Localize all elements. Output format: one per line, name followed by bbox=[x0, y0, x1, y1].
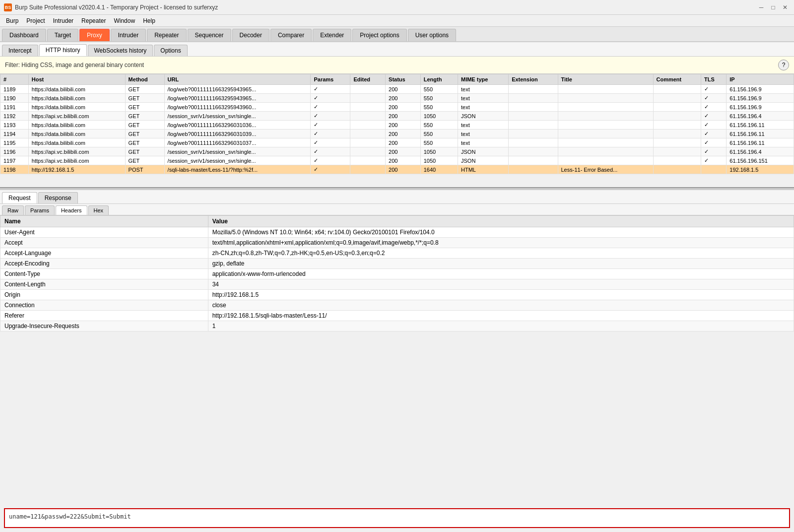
app-icon: BS bbox=[4, 3, 12, 11]
titlebar-controls: ─ □ ✕ bbox=[756, 2, 790, 12]
http-history-table: #HostMethodURLParamsEditedStatusLengthMI… bbox=[0, 74, 794, 174]
tab-intruder[interactable]: Intruder bbox=[111, 29, 146, 41]
help-button[interactable]: ? bbox=[778, 60, 789, 70]
header-row: Upgrade-Insecure-Requests1 bbox=[0, 321, 794, 332]
inner-tab-hex[interactable]: Hex bbox=[88, 205, 109, 215]
inner-tab-raw[interactable]: Raw bbox=[2, 205, 24, 215]
tab-target[interactable]: Target bbox=[47, 29, 78, 41]
col-header-title[interactable]: Title bbox=[558, 74, 653, 85]
col-header-#[interactable]: # bbox=[0, 74, 29, 85]
table-row[interactable]: 1194https://data.bilibili.comGET/log/web… bbox=[0, 130, 794, 138]
col-header-url[interactable]: URL bbox=[164, 74, 311, 85]
req-resp-tab-request[interactable]: Request bbox=[2, 192, 37, 203]
col-header-comment[interactable]: Comment bbox=[653, 74, 701, 85]
titlebar-left: BS Burp Suite Professional v2020.4.1 - T… bbox=[4, 3, 218, 11]
table-row[interactable]: 1196https://api.vc.bilibili.comGET/sessi… bbox=[0, 147, 794, 156]
header-row: Accepttext/html,application/xhtml+xml,ap… bbox=[0, 238, 794, 248]
table-row[interactable]: 1197https://api.vc.bilibili.comGET/sessi… bbox=[0, 156, 794, 165]
tab-comparer[interactable]: Comparer bbox=[270, 29, 312, 41]
subtab-http-history[interactable]: HTTP history bbox=[39, 44, 87, 56]
inner-tab-headers[interactable]: Headers bbox=[56, 205, 87, 215]
table-row[interactable]: 1195https://data.bilibili.comGET/log/web… bbox=[0, 138, 794, 147]
col-header-length[interactable]: Length bbox=[420, 74, 458, 85]
col-header-tls[interactable]: TLS bbox=[701, 74, 727, 85]
menu-item-repeater[interactable]: Repeater bbox=[77, 16, 110, 25]
titlebar: BS Burp Suite Professional v2020.4.1 - T… bbox=[0, 0, 794, 15]
headers-col-value: Value bbox=[208, 216, 794, 227]
menu-item-help[interactable]: Help bbox=[139, 16, 159, 25]
header-row: Refererhttp://192.168.1.5/sqli-labs-mast… bbox=[0, 311, 794, 321]
header-row: User-AgentMozilla/5.0 (Windows NT 10.0; … bbox=[0, 227, 794, 238]
tab-decoder[interactable]: Decoder bbox=[232, 29, 269, 41]
request-response-panel: RequestResponse RawParamsHeadersHex Name… bbox=[0, 190, 794, 532]
col-header-ip[interactable]: IP bbox=[727, 74, 794, 85]
col-header-mime-type[interactable]: MIME type bbox=[458, 74, 508, 85]
tab-proxy[interactable]: Proxy bbox=[79, 29, 110, 41]
http-history-table-container: #HostMethodURLParamsEditedStatusLengthMI… bbox=[0, 74, 794, 188]
subtab-options[interactable]: Options bbox=[154, 45, 187, 56]
menu-item-window[interactable]: Window bbox=[110, 16, 139, 25]
main-tabbar: DashboardTargetProxyIntruderRepeaterSequ… bbox=[0, 27, 794, 42]
headers-container: NameValue User-AgentMozilla/5.0 (Windows… bbox=[0, 215, 794, 504]
subtab-websockets-history[interactable]: WebSockets history bbox=[88, 45, 153, 56]
table-row[interactable]: 1193https://data.bilibili.comGET/log/web… bbox=[0, 121, 794, 130]
close-button[interactable]: ✕ bbox=[780, 2, 790, 12]
header-row: Accept-Encodinggzip, deflate bbox=[0, 259, 794, 269]
tab-user-options[interactable]: User options bbox=[408, 29, 456, 41]
inner-tab-params[interactable]: Params bbox=[25, 205, 55, 215]
col-header-params[interactable]: Params bbox=[311, 74, 350, 85]
tab-dashboard[interactable]: Dashboard bbox=[2, 29, 46, 41]
subtab-intercept[interactable]: Intercept bbox=[2, 45, 38, 56]
inner-tabbar: RawParamsHeadersHex bbox=[0, 204, 794, 215]
header-row: Content-Length34 bbox=[0, 279, 794, 290]
tab-extender[interactable]: Extender bbox=[313, 29, 351, 41]
sub-tabbar: InterceptHTTP historyWebSockets historyO… bbox=[0, 42, 794, 57]
window-title: Burp Suite Professional v2020.4.1 - Temp… bbox=[15, 4, 218, 11]
headers-col-name: Name bbox=[0, 216, 208, 227]
menubar: BurpProjectIntruderRepeaterWindowHelp bbox=[0, 15, 794, 27]
menu-item-burp[interactable]: Burp bbox=[2, 16, 22, 25]
tab-repeater[interactable]: Repeater bbox=[147, 29, 186, 41]
filter-text: Filter: Hiding CSS, image and general bi… bbox=[5, 62, 144, 68]
table-row[interactable]: 1192https://api.vc.bilibili.comGET/sessi… bbox=[0, 112, 794, 121]
menu-item-project[interactable]: Project bbox=[22, 16, 49, 25]
main-layout: DashboardTargetProxyIntruderRepeaterSequ… bbox=[0, 27, 794, 532]
col-header-edited[interactable]: Edited bbox=[350, 74, 386, 85]
col-header-host[interactable]: Host bbox=[28, 74, 125, 85]
header-row: Connectionclose bbox=[0, 300, 794, 311]
header-row: Content-Typeapplication/x-www-form-urlen… bbox=[0, 269, 794, 279]
table-row[interactable]: 1190https://data.bilibili.comGET/log/web… bbox=[0, 94, 794, 103]
req-resp-tab-response[interactable]: Response bbox=[38, 192, 78, 203]
col-header-method[interactable]: Method bbox=[125, 74, 164, 85]
tab-project-options[interactable]: Project options bbox=[352, 29, 406, 41]
tab-sequencer[interactable]: Sequencer bbox=[188, 29, 231, 41]
headers-table: NameValue User-AgentMozilla/5.0 (Windows… bbox=[0, 215, 794, 332]
filter-bar: Filter: Hiding CSS, image and general bi… bbox=[0, 57, 794, 74]
request-body: uname=121&passwd=222&Submit=Submit bbox=[4, 508, 790, 528]
maximize-button[interactable]: □ bbox=[768, 2, 778, 12]
minimize-button[interactable]: ─ bbox=[756, 2, 766, 12]
table-row[interactable]: 1198http://192.168.1.5POST/sqli-labs-mas… bbox=[0, 165, 794, 174]
col-header-status[interactable]: Status bbox=[386, 74, 421, 85]
req-resp-tabbar: RequestResponse bbox=[0, 190, 794, 204]
col-header-extension[interactable]: Extension bbox=[509, 74, 558, 85]
table-row[interactable]: 1191https://data.bilibili.comGET/log/web… bbox=[0, 103, 794, 112]
header-row: Accept-Languagezh-CN,zh;q=0.8,zh-TW;q=0.… bbox=[0, 248, 794, 259]
menu-item-intruder[interactable]: Intruder bbox=[49, 16, 77, 25]
header-row: Originhttp://192.168.1.5 bbox=[0, 290, 794, 300]
table-row[interactable]: 1189https://data.bilibili.comGET/log/web… bbox=[0, 85, 794, 94]
